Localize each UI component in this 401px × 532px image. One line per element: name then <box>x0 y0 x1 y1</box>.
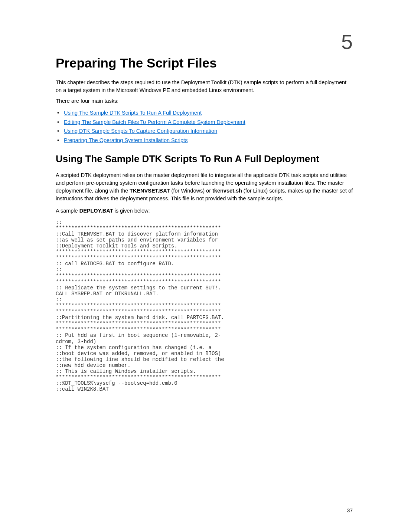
section-paragraph: A scripted DTK deployment relies on the … <box>56 171 353 203</box>
body-text: is given below: <box>113 208 150 214</box>
sample-intro: A sample DEPLOY.BAT is given below: <box>56 207 353 215</box>
bold-filename: TKENVSET.BAT <box>130 188 170 194</box>
list-item: Editing The Sample Batch Files To Perfor… <box>64 118 353 127</box>
bold-filename: tkenvset.sh <box>212 188 242 194</box>
task-link[interactable]: Editing The Sample Batch Files To Perfor… <box>64 119 245 125</box>
body-text: (for Windows) or <box>170 188 212 194</box>
page-title: Preparing The Script Files <box>56 56 353 70</box>
task-link[interactable]: Using DTK Sample Scripts To Capture Conf… <box>64 128 217 134</box>
bold-filename: DEPLOY.BAT <box>79 208 113 214</box>
code-block: :: *************************************… <box>56 219 353 393</box>
tasks-list: Using The Sample DTK Scripts To Run A Fu… <box>56 108 353 145</box>
page-number: 37 <box>347 508 353 513</box>
section-heading: Using The Sample DTK Scripts To Run A Fu… <box>56 153 353 165</box>
task-link[interactable]: Preparing The Operating System Installat… <box>64 137 188 143</box>
list-item: Using The Sample DTK Scripts To Run A Fu… <box>64 108 353 118</box>
intro-paragraph: This chapter describes the steps require… <box>56 79 353 94</box>
list-item: Using DTK Sample Scripts To Capture Conf… <box>64 127 353 136</box>
list-item: Preparing The Operating System Installat… <box>64 136 353 145</box>
tasks-intro: There are four main tasks: <box>56 98 353 104</box>
task-link[interactable]: Using The Sample DTK Scripts To Run A Fu… <box>64 110 202 116</box>
chapter-number: 5 <box>341 30 353 54</box>
body-text: A sample <box>56 208 79 214</box>
